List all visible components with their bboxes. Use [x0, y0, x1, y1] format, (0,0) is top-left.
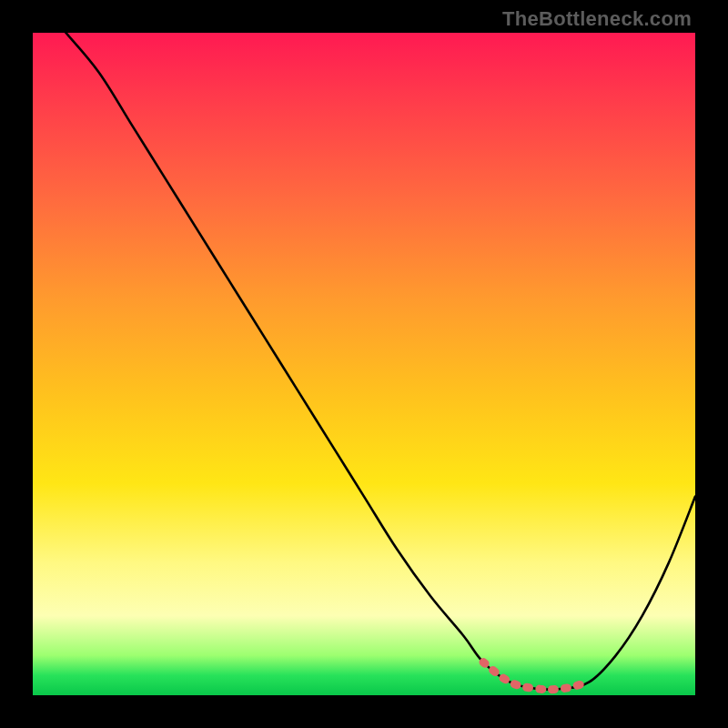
curve-svg [33, 33, 695, 695]
plot-area [33, 33, 695, 695]
watermark-label: TheBottleneck.com [502, 7, 692, 31]
bottleneck-curve-line [66, 33, 695, 690]
chart-frame: TheBottleneck.com [0, 0, 728, 728]
